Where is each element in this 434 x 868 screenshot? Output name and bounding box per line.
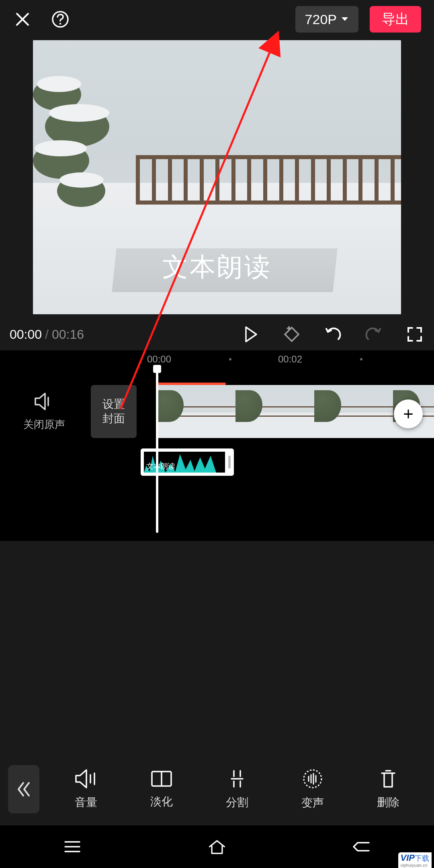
video-preview[interactable]: 文本朗读 bbox=[33, 40, 401, 314]
set-cover-label: 设置 封面 bbox=[102, 397, 125, 426]
volume-icon bbox=[74, 768, 98, 789]
video-editor-app: 720P 导出 bbox=[0, 0, 434, 868]
toolbar-back-button[interactable] bbox=[8, 765, 39, 813]
watermark-site: viphuiyuan.cn bbox=[401, 863, 429, 868]
mute-label: 关闭原声 bbox=[0, 418, 88, 432]
timeline-area[interactable]: 关闭原声 设置 封面 + 文本朗读 bbox=[0, 368, 434, 541]
voice-change-icon bbox=[302, 768, 323, 790]
fade-icon bbox=[150, 769, 173, 788]
video-clips-strip[interactable] bbox=[157, 385, 434, 438]
top-header: 720P 导出 bbox=[0, 0, 434, 39]
nav-menu-button[interactable] bbox=[63, 837, 82, 856]
tool-delete[interactable]: 删除 bbox=[350, 768, 426, 810]
audio-clip-label: 文本朗读 bbox=[146, 461, 175, 471]
split-icon bbox=[227, 768, 247, 789]
video-track: 关闭原声 设置 封面 + bbox=[0, 385, 434, 438]
redo-icon bbox=[365, 326, 383, 342]
help-icon bbox=[51, 10, 69, 28]
set-cover-button[interactable]: 设置 封面 bbox=[91, 385, 137, 438]
svg-point-9 bbox=[304, 770, 321, 788]
playback-controls bbox=[241, 325, 424, 344]
header-right-group: 720P 导出 bbox=[295, 6, 421, 33]
audio-clip-handle-right[interactable] bbox=[225, 448, 234, 476]
tool-label: 音量 bbox=[75, 795, 97, 810]
add-clip-button[interactable]: + bbox=[394, 399, 423, 428]
tool-label: 淡化 bbox=[150, 794, 173, 809]
playhead[interactable] bbox=[156, 368, 158, 533]
clip-thumbnail[interactable] bbox=[157, 385, 235, 438]
play-button[interactable] bbox=[241, 325, 260, 344]
delete-icon bbox=[379, 768, 398, 789]
preview-overlay-text: 文本朗读 bbox=[33, 250, 401, 285]
ruler-tick-a: 00:00 bbox=[147, 354, 171, 365]
keyframe-icon bbox=[283, 326, 300, 343]
header-left-group bbox=[13, 10, 70, 29]
clip-thumbnail[interactable] bbox=[235, 385, 314, 438]
watermark: VIP下载 viphuiyuan.cn bbox=[398, 852, 432, 868]
redo-button[interactable] bbox=[364, 325, 383, 344]
resolution-selector[interactable]: 720P bbox=[295, 6, 358, 33]
tool-fade[interactable]: 淡化 bbox=[124, 769, 199, 809]
export-label: 导出 bbox=[382, 10, 409, 29]
chevron-down-icon bbox=[341, 16, 349, 22]
playback-bar: 00:00/00:16 bbox=[0, 318, 434, 350]
tool-volume[interactable]: 音量 bbox=[48, 768, 124, 810]
home-icon bbox=[207, 838, 227, 856]
help-button[interactable] bbox=[51, 10, 70, 29]
bottom-toolbar: 音量 淡化 分割 变声 删除 bbox=[0, 753, 434, 825]
ruler-tick-b: 00:02 bbox=[278, 354, 302, 365]
back-icon bbox=[352, 839, 371, 854]
nav-back-button[interactable] bbox=[352, 837, 371, 856]
fullscreen-icon bbox=[407, 326, 423, 342]
watermark-brand: VIP bbox=[401, 853, 415, 863]
tool-label: 分割 bbox=[226, 795, 248, 810]
watermark-sub: 下载 bbox=[415, 854, 429, 862]
plus-icon: + bbox=[403, 404, 414, 424]
close-icon bbox=[14, 11, 31, 27]
tool-voice-change[interactable]: 变声 bbox=[275, 768, 350, 811]
menu-icon bbox=[63, 839, 81, 854]
mute-original-audio[interactable]: 关闭原声 bbox=[0, 392, 88, 432]
export-button[interactable]: 导出 bbox=[370, 6, 421, 33]
preview-frame: 文本朗读 bbox=[33, 40, 401, 314]
resolution-label: 720P bbox=[305, 12, 337, 27]
keyframe-button[interactable] bbox=[282, 325, 301, 344]
nav-home-button[interactable] bbox=[207, 837, 227, 856]
clip-thumbnail[interactable] bbox=[314, 385, 393, 438]
undo-icon bbox=[324, 326, 342, 342]
current-time: 00:00 bbox=[10, 327, 42, 342]
ruler-dot bbox=[229, 358, 231, 360]
play-icon bbox=[244, 326, 258, 342]
speaker-icon bbox=[34, 392, 55, 411]
close-button[interactable] bbox=[13, 10, 32, 29]
audio-clip[interactable]: 文本朗读 bbox=[141, 448, 234, 476]
chevrons-left-icon bbox=[16, 780, 31, 798]
tool-label: 删除 bbox=[377, 795, 399, 810]
fullscreen-button[interactable] bbox=[405, 325, 424, 344]
ruler-dot bbox=[360, 358, 362, 360]
system-nav-bar bbox=[0, 825, 434, 868]
tool-label: 变声 bbox=[301, 795, 324, 811]
tool-split[interactable]: 分割 bbox=[199, 768, 275, 810]
timeline-ruler[interactable]: 00:00 00:02 bbox=[0, 350, 434, 368]
time-display: 00:00/00:16 bbox=[10, 327, 84, 342]
duration-time: 00:16 bbox=[52, 327, 84, 342]
svg-point-1 bbox=[59, 23, 61, 25]
undo-button[interactable] bbox=[323, 325, 342, 344]
